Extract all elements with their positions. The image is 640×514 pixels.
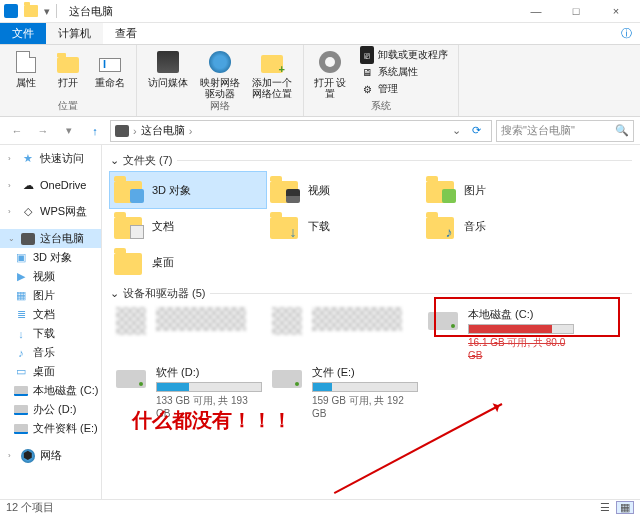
map-drive-button[interactable]: 映射网络 驱动器 xyxy=(195,47,245,99)
manage-icon: ⚙ xyxy=(360,82,374,96)
tab-file[interactable]: 文件 xyxy=(0,23,46,44)
drive-space: 159 GB 可用, 共 192 GB xyxy=(312,394,418,419)
tab-computer[interactable]: 计算机 xyxy=(46,23,103,44)
sidebar: ›★快速访问›☁OneDrive›◇WPS网盘⌄这台电脑▣3D 对象▶视频▦图片… xyxy=(0,145,102,499)
folder-label: 桌面 xyxy=(152,255,174,270)
sidebar-item-pic[interactable]: ▦图片 xyxy=(0,286,101,305)
folder-item[interactable]: 视频 xyxy=(266,172,422,208)
sidebar-item-vid[interactable]: ▶视频 xyxy=(0,267,101,286)
sidebar-item-doc[interactable]: ≣文档 xyxy=(0,305,101,324)
up-button[interactable]: ↑ xyxy=(84,120,106,142)
sidebar-item-desk[interactable]: ▭桌面 xyxy=(0,362,101,381)
pic-icon xyxy=(442,189,456,203)
app-icon xyxy=(4,4,18,18)
drive-icon xyxy=(116,370,146,388)
blurred-icon xyxy=(272,307,302,335)
drive-icon xyxy=(14,424,28,434)
mus-icon: ♪ xyxy=(442,225,456,239)
sidebar-item-star[interactable]: ›★快速访问 xyxy=(0,149,101,168)
open-settings-button[interactable]: 打开 设置 xyxy=(310,47,350,99)
manage-button[interactable]: ⚙管理 xyxy=(356,81,402,97)
net-icon: ⬢ xyxy=(21,449,35,463)
tab-view[interactable]: 查看 xyxy=(103,23,149,44)
access-media-button[interactable]: 访问媒体 xyxy=(143,47,193,88)
view-details-button[interactable]: ☰ xyxy=(596,501,614,514)
drive-space: 16.1 GB 可用, 共 80.0 GB xyxy=(468,336,574,361)
drive-icon xyxy=(14,405,28,415)
sidebar-item-net[interactable]: ›⬢网络 xyxy=(0,446,101,465)
sidebar-item-label: 本地磁盘 (C:) xyxy=(33,383,98,398)
media-icon xyxy=(157,51,179,73)
sidebar-item-label: 下载 xyxy=(33,326,55,341)
uninstall-programs-button[interactable]: ⎚卸载或更改程序 xyxy=(356,47,452,63)
properties-button[interactable]: 属性 xyxy=(6,47,46,88)
search-input[interactable]: 搜索"这台电脑" 🔍 xyxy=(496,120,634,142)
sidebar-item-onedrive[interactable]: ›☁OneDrive xyxy=(0,176,101,194)
doc-icon xyxy=(130,225,144,239)
rename-button[interactable]: 重命名 xyxy=(90,47,130,88)
refresh-icon[interactable]: ⟳ xyxy=(465,124,487,137)
mus-icon: ♪ xyxy=(14,346,28,360)
open-icon xyxy=(57,57,79,73)
sidebar-item-drv[interactable]: 办公 (D:) xyxy=(0,400,101,419)
folder-item[interactable]: ♪音乐 xyxy=(422,208,578,244)
drive-item-empty xyxy=(422,363,578,421)
breadcrumb[interactable]: › 这台电脑 › ⌄ ⟳ xyxy=(110,120,492,142)
ribbon-help-icon[interactable]: ⓘ xyxy=(612,23,640,44)
sidebar-item-label: 这台电脑 xyxy=(40,231,84,246)
ribbon: 属性 打开 重命名 位置 访问媒体 映射网络 驱动器 xyxy=(0,45,640,117)
item-count: 12 个项目 xyxy=(6,500,54,515)
sidebar-item-drv[interactable]: 文件资料 (E:) xyxy=(0,419,101,438)
folder-icon xyxy=(24,5,38,17)
folders-header[interactable]: ⌄ 文件夹 (7) xyxy=(110,153,632,168)
folder-item[interactable]: 文档 xyxy=(110,208,266,244)
qat-down-icon[interactable]: ▾ xyxy=(44,5,50,18)
sidebar-item-3d[interactable]: ▣3D 对象 xyxy=(0,248,101,267)
sidebar-item-label: 文档 xyxy=(33,307,55,322)
breadcrumb-item[interactable]: 这台电脑 xyxy=(141,123,185,138)
sidebar-item-label: 3D 对象 xyxy=(33,250,72,265)
pc-icon xyxy=(21,233,35,245)
open-button[interactable]: 打开 xyxy=(48,47,88,88)
maximize-button[interactable]: □ xyxy=(556,0,596,23)
onedrive-icon: ☁ xyxy=(21,178,35,192)
minimize-button[interactable]: — xyxy=(516,0,556,23)
drive-item-blurred[interactable] xyxy=(266,305,422,363)
folder-item[interactable]: 图片 xyxy=(422,172,578,208)
sidebar-item-label: 办公 (D:) xyxy=(33,402,76,417)
system-props-icon: 🖥 xyxy=(360,65,374,79)
folder-item[interactable]: ↓下载 xyxy=(266,208,422,244)
system-properties-button[interactable]: 🖥系统属性 xyxy=(356,64,422,80)
collapse-icon: ⌄ xyxy=(110,287,119,300)
sidebar-item-drv[interactable]: 本地磁盘 (C:) xyxy=(0,381,101,400)
dl-icon: ↓ xyxy=(286,225,300,239)
add-network-location-button[interactable]: 添加一个 网络位置 xyxy=(247,47,297,99)
annotation-box xyxy=(434,297,620,337)
folder-label: 下载 xyxy=(308,219,330,234)
sidebar-item-label: 文件资料 (E:) xyxy=(33,421,98,436)
sidebar-item-wps[interactable]: ›◇WPS网盘 xyxy=(0,202,101,221)
folder-label: 3D 对象 xyxy=(152,183,191,198)
close-button[interactable]: × xyxy=(596,0,636,23)
3d-icon: ▣ xyxy=(14,251,28,265)
group-location-label: 位置 xyxy=(58,99,78,114)
wps-icon: ◇ xyxy=(21,205,35,219)
folder-item[interactable]: 3D 对象 xyxy=(110,172,266,208)
view-tiles-button[interactable]: ▦ xyxy=(616,501,634,514)
group-network-label: 网络 xyxy=(210,99,230,114)
status-bar: 12 个项目 ☰ ▦ xyxy=(0,499,640,514)
back-button[interactable]: ← xyxy=(6,120,28,142)
drive-item-blurred[interactable] xyxy=(110,305,266,363)
sidebar-item-dl[interactable]: ↓下载 xyxy=(0,324,101,343)
recent-button[interactable]: ▾ xyxy=(58,120,80,142)
blurred-icon xyxy=(116,307,146,335)
add-network-icon xyxy=(261,55,283,73)
sidebar-item-mus[interactable]: ♪音乐 xyxy=(0,343,101,362)
forward-button[interactable]: → xyxy=(32,120,54,142)
doc-icon: ≣ xyxy=(14,308,28,322)
sidebar-item-label: WPS网盘 xyxy=(40,204,87,219)
chevron-icon: ⌄ xyxy=(8,234,16,243)
address-dropdown-icon[interactable]: ⌄ xyxy=(452,124,461,137)
sidebar-item-pc[interactable]: ⌄这台电脑 xyxy=(0,229,101,248)
folder-item[interactable]: 桌面 xyxy=(110,244,266,280)
